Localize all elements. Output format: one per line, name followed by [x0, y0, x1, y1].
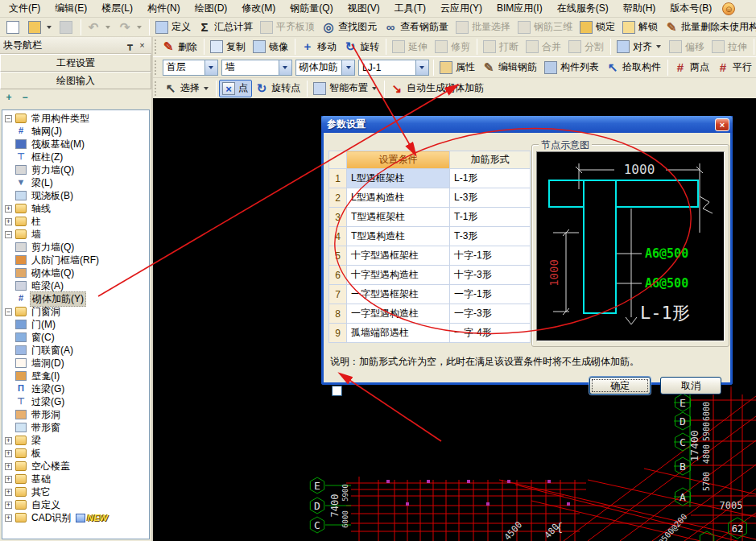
tree-expander-icon[interactable]: +: [5, 489, 12, 496]
tree-item[interactable]: #轴网(J): [2, 125, 149, 138]
condition-cell[interactable]: 孤墙端部遇柱: [347, 324, 450, 343]
batch-delete-unused-button[interactable]: ✎批量删除未使用构件: [662, 19, 756, 36]
new-button[interactable]: [3, 19, 25, 36]
tree-item[interactable]: 带形窗: [2, 421, 149, 434]
tree-item[interactable]: ▼梁(L): [2, 176, 149, 189]
tree-item[interactable]: ⊤过梁(G): [2, 395, 149, 408]
close-panel-icon[interactable]: ×: [136, 39, 148, 51]
menu-draw[interactable]: 绘图(D): [188, 0, 235, 17]
tree-item[interactable]: ⊤框柱(Z): [2, 151, 149, 163]
tree-item[interactable]: 筏板基础(M): [2, 138, 149, 151]
form-cell[interactable]: 十字-3形: [450, 266, 531, 285]
dialog-titlebar[interactable]: 参数设置 ×: [321, 116, 733, 133]
menu-tools[interactable]: 工具(T): [387, 0, 433, 17]
tree-item[interactable]: #砌体加筋(Y): [2, 292, 149, 305]
table-row[interactable]: 5十字型遇框架柱十字-1形: [329, 246, 531, 266]
align-button[interactable]: 对齐: [613, 38, 666, 56]
menu-view[interactable]: 视图(V): [341, 0, 387, 17]
open-button[interactable]: [25, 19, 56, 36]
condition-cell[interactable]: L型遇框架柱: [347, 169, 450, 188]
form-cell[interactable]: T-1形: [450, 208, 531, 227]
tree-item[interactable]: +空心楼盖: [2, 460, 149, 473]
tree-item[interactable]: 壁龛(I): [2, 370, 149, 382]
column-header-condition[interactable]: 设置条件: [347, 151, 450, 169]
tree-item[interactable]: +自定义: [2, 498, 149, 511]
form-cell[interactable]: 十字-1形: [450, 246, 531, 266]
select-tool-button[interactable]: ↖选择: [161, 80, 213, 97]
tree-item[interactable]: +板: [2, 447, 149, 460]
tree-item[interactable]: 剪力墙(Q): [2, 163, 149, 176]
tree-expander-icon[interactable]: +: [5, 437, 12, 444]
tree-item[interactable]: 墙洞(D): [2, 357, 149, 370]
summary-calc-button[interactable]: Σ汇总计算: [195, 19, 257, 36]
tree-expander-icon[interactable]: +: [5, 463, 12, 470]
table-row[interactable]: 4T型遇构造柱T-3形: [329, 227, 531, 246]
tree-expander-icon[interactable]: +: [5, 450, 12, 457]
menu-online-service[interactable]: 在线服务(S): [550, 0, 616, 17]
condition-cell[interactable]: L型遇构造柱: [347, 188, 450, 208]
table-row[interactable]: 1L型遇框架柱L-1形: [329, 169, 531, 188]
auto-generate-masonry-rebar-button[interactable]: ↘自动生成砌体加筋: [387, 80, 488, 97]
tree-expander-icon[interactable]: +: [5, 205, 12, 213]
form-cell[interactable]: L-3形: [450, 188, 531, 208]
ok-button[interactable]: 确定: [589, 377, 651, 394]
tree-item[interactable]: +梁: [2, 434, 149, 447]
find-element-button[interactable]: ◎查找图元: [319, 19, 381, 36]
condition-cell[interactable]: T型遇构造柱: [347, 227, 450, 246]
table-row[interactable]: 8一字型遇构造柱一字-3形: [329, 304, 531, 324]
delete-button[interactable]: ✎删除: [159, 38, 201, 56]
rotate-button[interactable]: ↻旋转: [341, 38, 383, 56]
point-tool-button[interactable]: ×点: [219, 80, 252, 97]
tree-item[interactable]: −门窗洞: [2, 305, 149, 318]
menu-help[interactable]: 帮助(H): [616, 0, 663, 17]
tree-item[interactable]: +基础: [2, 473, 149, 485]
table-row[interactable]: 6十字型遇构造柱十字-3形: [329, 266, 531, 285]
tree-item[interactable]: 现浇板(B): [2, 189, 149, 202]
tree-expander-icon[interactable]: +: [5, 218, 12, 225]
dialog-close-icon[interactable]: ×: [715, 118, 729, 131]
rotate-point-tool-button[interactable]: ↻旋转点: [252, 80, 304, 97]
menu-file[interactable]: 文件(F): [2, 0, 48, 17]
whole-building-checkbox[interactable]: [332, 386, 342, 396]
component-list-button[interactable]: 构件列表: [541, 59, 603, 76]
menu-modify[interactable]: 修改(M): [234, 0, 283, 17]
chevron-down-icon[interactable]: [415, 60, 428, 75]
form-cell[interactable]: 一字-3形: [450, 304, 531, 324]
table-row[interactable]: 2L型遇构造柱L-3形: [329, 188, 531, 208]
tree-expander-icon[interactable]: −: [5, 308, 12, 316]
collapse-all-icon[interactable]: −: [19, 92, 31, 103]
menu-rebar-qty[interactable]: 钢筋量(Q): [283, 0, 340, 17]
tree-item[interactable]: 带形洞: [2, 408, 149, 421]
properties-button[interactable]: 属性: [436, 59, 479, 76]
tree-item[interactable]: 门(M): [2, 318, 149, 331]
menu-bim-app[interactable]: BIM应用(I): [490, 0, 550, 17]
define-button[interactable]: 定义: [152, 19, 195, 36]
unlock-button[interactable]: 解锁: [619, 19, 662, 36]
form-cell[interactable]: 一字-1形: [450, 285, 531, 304]
pick-component-button[interactable]: ↖拾取构件: [603, 59, 665, 76]
condition-cell[interactable]: 一字型遇框架柱: [347, 285, 450, 304]
condition-cell[interactable]: 十字型遇框架柱: [347, 246, 450, 266]
menu-floor[interactable]: 楼层(L): [94, 0, 140, 17]
element-type-select[interactable]: 墙: [221, 60, 292, 76]
tree-expander-icon[interactable]: −: [5, 231, 12, 238]
tree-item[interactable]: +CAD识别NEW: [2, 511, 149, 524]
column-header-form[interactable]: 加筋形式: [450, 151, 531, 169]
project-settings-button[interactable]: 工程设置: [0, 54, 151, 72]
pin-icon[interactable]: ┳: [124, 39, 136, 51]
chevron-down-icon[interactable]: [204, 60, 217, 75]
parallel-button[interactable]: #平行: [713, 59, 756, 76]
tree-item[interactable]: 剪力墙(Q): [2, 241, 149, 254]
copy-button[interactable]: 复制: [207, 38, 250, 56]
condition-cell[interactable]: T型遇框架柱: [347, 208, 450, 227]
menu-element[interactable]: 构件(N): [140, 0, 188, 17]
tree-expander-icon[interactable]: +: [5, 502, 12, 509]
form-cell[interactable]: 一字-4形: [450, 324, 531, 343]
tree-item[interactable]: Π连梁(G): [2, 382, 149, 395]
component-select[interactable]: LJ-1: [358, 60, 429, 76]
tree-item[interactable]: 人防门框墙(RF): [2, 254, 149, 266]
floor-select[interactable]: 首层: [163, 60, 218, 76]
chevron-down-icon[interactable]: [341, 60, 354, 75]
edit-rebar-button[interactable]: ✎编辑钢筋: [479, 59, 541, 76]
form-cell[interactable]: L-1形: [450, 169, 531, 188]
